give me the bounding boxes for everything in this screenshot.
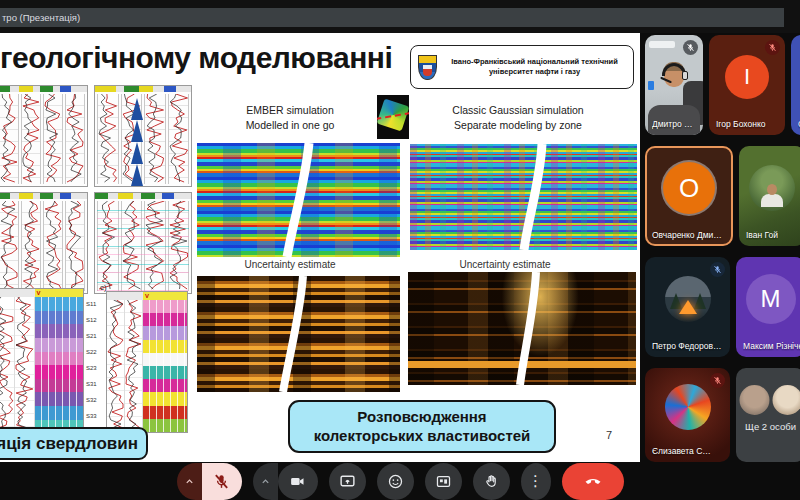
more-options-button[interactable]: ⋮	[521, 463, 551, 500]
result-callout-line2: колекторських властивостей	[314, 427, 531, 446]
top-bar: тро (Презентація)	[0, 0, 800, 33]
zonation-panel-b: V	[0, 288, 84, 448]
gaussian-caption-line1: Classic Gaussian simulation	[452, 104, 583, 116]
avatar-initial: І	[744, 64, 750, 90]
mic-muted-icon	[710, 373, 725, 388]
smiley-icon	[387, 473, 404, 490]
participant-tile-partial[interactable]: С	[791, 35, 800, 135]
raise-hand-icon	[483, 473, 500, 490]
v-header-label: V	[35, 289, 83, 297]
mic-toggle-button[interactable]	[202, 463, 242, 500]
more-options-icon: ⋮	[528, 472, 543, 490]
participant-name: Ігор Бохонко	[716, 119, 781, 129]
camera-toggle-button[interactable]	[278, 463, 318, 500]
result-callout: Розповсюдження колекторських властивосте…	[288, 400, 556, 453]
wells-callout: яція свердловин	[0, 427, 148, 460]
wells-callout-text: яція свердловин	[0, 434, 138, 454]
participant-tile-ovcharenko[interactable]: О Овчаренко Дми…	[645, 146, 733, 246]
shared-presentation[interactable]: геологічному моделюванні Івано-Франківсь…	[0, 33, 640, 462]
mic-muted-icon	[683, 40, 698, 55]
avatar-initial: О	[679, 173, 699, 204]
well-log-panel-4	[94, 192, 192, 294]
chevron-up-icon	[259, 475, 272, 488]
zone-color-column-c	[143, 300, 187, 432]
camera-options-button[interactable]	[253, 463, 278, 500]
present-screen-button[interactable]	[329, 463, 366, 500]
activities-button[interactable]	[425, 463, 462, 500]
well-log-panel-1	[0, 85, 88, 187]
map-thumbnail-icon	[377, 95, 409, 139]
participants-sidebar: Дмитро … І Ігор Бохонко С О Овчаренко Дм…	[640, 33, 800, 462]
university-crest-icon	[418, 55, 437, 80]
zonation-panel-c: V	[106, 291, 188, 433]
ember-simulation-image	[197, 143, 400, 257]
mic-options-button[interactable]	[177, 463, 202, 500]
university-block: Івано-Франківський національний технічни…	[410, 45, 634, 89]
end-call-button[interactable]	[562, 463, 624, 500]
more-participants-label: Ще 2 особи	[736, 421, 800, 432]
well-log-grid	[0, 85, 192, 294]
end-call-icon	[583, 471, 603, 491]
participant-name: Єлизавета С…	[652, 446, 726, 456]
mic-muted-icon	[710, 262, 725, 277]
meeting-toolbar: ⋮	[0, 462, 800, 500]
participant-tile-maksym[interactable]: М Максим Різніче	[736, 257, 800, 357]
participant-name: Петро Федоров…	[652, 341, 726, 351]
university-name: Івано-Франківський національний технічни…	[443, 57, 626, 78]
slide-page-number: 7	[606, 429, 612, 441]
reactions-button[interactable]	[377, 463, 414, 500]
presenter-bar: тро (Презентація)	[0, 8, 784, 27]
avatar-photo	[665, 276, 711, 322]
meet-window: тро (Презентація) геологічному моделюван…	[0, 0, 800, 500]
participant-tile-yelyzaveta[interactable]: Єлизавета С…	[645, 368, 730, 462]
participant-name: Дмитро …	[652, 119, 699, 129]
gaussian-simulation-image	[410, 144, 637, 250]
well-log-panel-3	[0, 192, 88, 294]
avatar-initial: М	[761, 285, 781, 313]
university-line1: Івано-Франківський національний технічни…	[451, 57, 618, 66]
more-participants-avatars	[739, 385, 800, 415]
ember-caption-line1: EMBER simulation	[246, 104, 334, 116]
avatar: О	[663, 162, 715, 214]
activities-icon	[435, 473, 452, 490]
participant-name: Овчаренко Дми…	[652, 230, 729, 240]
participant-tile-ihor[interactable]: І Ігор Бохонко	[709, 35, 785, 135]
university-line2: університет нафти і газу	[489, 67, 580, 76]
camera-icon	[289, 473, 306, 490]
avatar-photo	[665, 384, 711, 430]
uncertainty-left-caption: Uncertainty estimate	[215, 259, 365, 270]
participant-tile-dmytro[interactable]: Дмитро …	[645, 35, 703, 135]
ember-caption: EMBER simulation Modelled in one go	[215, 103, 365, 135]
presenter-title: тро (Презентація)	[0, 12, 80, 23]
zone-color-column-b	[35, 297, 83, 447]
slide-title: геологічному моделюванні	[0, 41, 392, 75]
gaussian-caption-line2: Separate modeling by zone	[454, 119, 582, 131]
chevron-up-icon	[183, 475, 196, 488]
gaussian-caption: Classic Gaussian simulation Separate mod…	[428, 103, 608, 135]
participant-tile-petro[interactable]: Петро Федоров…	[645, 257, 730, 357]
mic-off-icon	[213, 473, 230, 490]
result-callout-line1: Розповсюдження	[357, 408, 486, 427]
participant-name: Іван Гой	[746, 230, 800, 240]
uncertainty-right-image	[408, 272, 636, 385]
uncertainty-left-image	[197, 276, 400, 392]
uncertainty-right-caption: Uncertainty estimate	[425, 259, 585, 270]
present-screen-icon	[339, 473, 356, 490]
raise-hand-button[interactable]	[473, 463, 510, 500]
avatar: І	[725, 55, 769, 99]
participant-name: Максим Різніче	[743, 341, 800, 351]
avatar: М	[746, 274, 796, 324]
ember-caption-line2: Modelled in one go	[246, 119, 335, 131]
well-log-panel-2	[94, 85, 192, 187]
more-participants-tile[interactable]: Ще 2 особи	[736, 368, 800, 462]
avatar-photo	[749, 165, 795, 211]
participant-tile-ivan[interactable]: Іван Гой	[739, 146, 800, 246]
v-header-label-c: V	[143, 292, 187, 300]
blue-arrows-icon	[131, 98, 143, 172]
mic-muted-icon	[765, 40, 780, 55]
